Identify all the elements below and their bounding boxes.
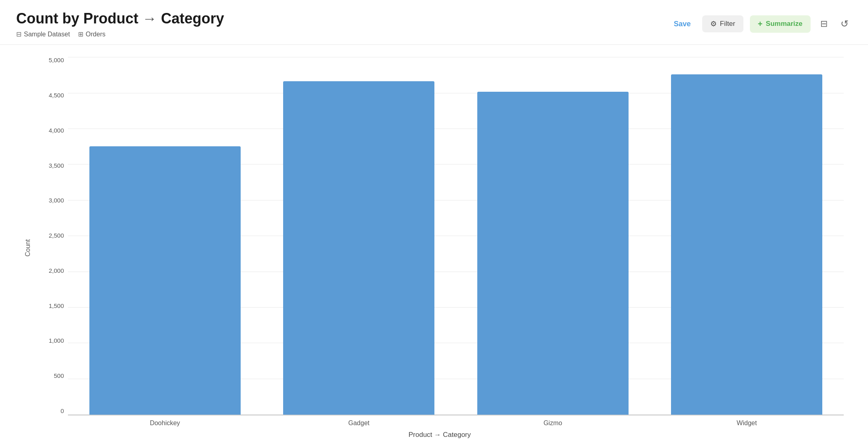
y-tick: 2,500 <box>36 232 68 238</box>
x-labels: DoohickeyGadgetGizmoWidget <box>68 415 844 427</box>
bar-group[interactable] <box>658 57 836 415</box>
header-right: Save ⚙ Filter + Summarize ⊟ ↺ <box>669 15 852 33</box>
bars-container <box>68 57 844 415</box>
sort-icon: ⊟ <box>820 19 828 29</box>
breadcrumb-table[interactable]: ⊞ Orders <box>78 30 106 38</box>
summarize-label: Summarize <box>766 20 802 28</box>
chart-area: Count 05001,0001,5002,0002,5003,0003,500… <box>24 57 844 439</box>
page-title: Count by Product → Category <box>16 10 224 27</box>
filter-label: Filter <box>720 20 735 28</box>
summarize-plus-icon: + <box>758 19 763 29</box>
bar <box>477 92 629 415</box>
summarize-button[interactable]: + Summarize <box>750 15 811 33</box>
plot-area <box>68 57 844 415</box>
header: Count by Product → Category ⊟ Sample Dat… <box>0 0 868 45</box>
y-tick: 4,000 <box>36 127 68 133</box>
x-label: Gizmo <box>464 420 642 427</box>
bar <box>283 81 434 415</box>
filter-icon: ⚙ <box>710 19 717 28</box>
page: Count by Product → Category ⊟ Sample Dat… <box>0 0 868 447</box>
chart-plot: 05001,0001,5002,0002,5003,0003,5004,0004… <box>36 57 844 415</box>
breadcrumb-dataset-label: Sample Dataset <box>24 31 70 38</box>
y-tick: 2,000 <box>36 268 68 274</box>
y-tick: 3,000 <box>36 197 68 203</box>
breadcrumbs: ⊟ Sample Dataset ⊞ Orders <box>16 30 224 38</box>
y-tick: 1,500 <box>36 303 68 309</box>
table-icon: ⊞ <box>78 30 83 38</box>
y-tick: 1,000 <box>36 337 68 344</box>
y-tick: 0 <box>36 408 68 414</box>
refresh-icon: ↺ <box>840 18 849 29</box>
title-text: Count by Product <box>16 10 138 27</box>
sort-button[interactable]: ⊟ <box>817 15 831 32</box>
bar <box>671 74 822 415</box>
x-label: Doohickey <box>76 420 254 427</box>
y-tick: 4,500 <box>36 92 68 98</box>
title-suffix: Category <box>161 10 224 27</box>
bar <box>89 146 241 415</box>
y-tick: 500 <box>36 373 68 379</box>
dataset-icon: ⊟ <box>16 30 21 38</box>
chart-container: Count 05001,0001,5002,0002,5003,0003,500… <box>0 45 868 447</box>
y-tick: 5,000 <box>36 57 68 63</box>
bar-group[interactable] <box>270 57 448 415</box>
x-axis-title: Product → Category <box>36 431 844 439</box>
title-arrow: → <box>142 10 161 27</box>
y-tick: 3,500 <box>36 162 68 169</box>
breadcrumb-dataset[interactable]: ⊟ Sample Dataset <box>16 30 70 38</box>
x-label: Widget <box>658 420 836 427</box>
bar-group[interactable] <box>464 57 642 415</box>
header-left: Count by Product → Category ⊟ Sample Dat… <box>16 10 224 38</box>
x-label: Gadget <box>270 420 448 427</box>
bar-group[interactable] <box>76 57 254 415</box>
chart-inner: 05001,0001,5002,0002,5003,0003,5004,0004… <box>36 57 844 439</box>
breadcrumb-table-label: Orders <box>86 31 106 38</box>
y-axis: 05001,0001,5002,0002,5003,0003,5004,0004… <box>36 57 68 415</box>
save-button[interactable]: Save <box>669 17 696 32</box>
refresh-button[interactable]: ↺ <box>837 15 852 33</box>
y-axis-label: Count <box>24 57 32 439</box>
filter-button[interactable]: ⚙ Filter <box>702 15 743 32</box>
